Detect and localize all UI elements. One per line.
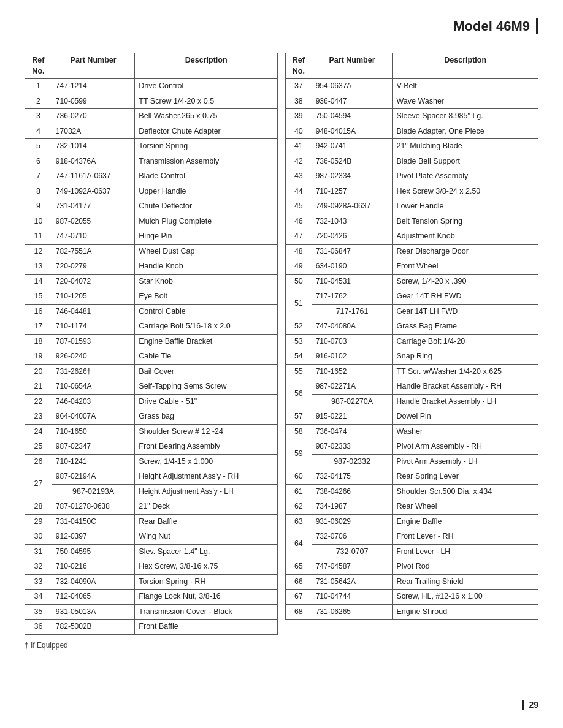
left-parts-table: RefNo. Part Number Description 1747-1214… — [25, 53, 278, 635]
table-row: 44710-1257Hex Screw 3/8-24 x 2.50 — [286, 184, 538, 199]
table-row: 59 987-02333Pivot Arm Assembly - RH — [286, 439, 538, 455]
table-row: 3736-0270Bell Washer.265 x 0.75 — [25, 109, 278, 124]
table-row: 33732-04090ATorsion Spring - RH — [25, 574, 278, 590]
table-row: 52747-04080AGrass Bag Frame — [286, 319, 538, 335]
table-row: 11747-0710Hinge Pin — [25, 229, 278, 245]
table-row: 38936-0447Wave Washer — [286, 94, 538, 109]
table-row: 30912-0397Wing Nut — [25, 529, 278, 545]
table-row: 47720-0426Adjustment Knob — [286, 229, 538, 245]
table-row: 54916-0102Snap Ring — [286, 349, 538, 365]
table-row: 1747-1214Drive Control — [25, 79, 278, 94]
model-title: Model 46M9 — [25, 18, 538, 34]
table-row: 26710-1241Screw, 1/4-15 x 1.000 — [25, 454, 278, 469]
table-row: 16746-04481Control Cable — [25, 304, 278, 319]
table-row: 50710-04531Screw, 1/4-20 x .390 — [286, 274, 538, 289]
table-row: 18787-01593Engine Baffle Bracket — [25, 334, 278, 349]
right-header-ref: RefNo. — [286, 53, 312, 79]
table-row: 66731-05642ARear Trailing Shield — [286, 574, 538, 590]
table-row: 15710-1205Eye Bolt — [25, 289, 278, 305]
table-row: 67710-04744Screw, HL, #12-16 x 1.00 — [286, 590, 538, 605]
table-row: 68731-06265Engine Shroud — [286, 604, 538, 620]
table-row: 22746-04203Drive Cable - 51" — [25, 394, 278, 409]
table-row: 19926-0240Cable Tie — [25, 349, 278, 365]
table-row: 24710-1650Shoulder Screw # 12 -24 — [25, 424, 278, 439]
tables-wrapper: RefNo. Part Number Description 1747-1214… — [25, 53, 538, 635]
table-row: 12782-7551AWheel Dust Cap — [25, 244, 278, 259]
table-row: 23964-04007AGrass bag — [25, 409, 278, 425]
table-row: 61738-04266Shoulder Scr.500 Dia. x.434 — [286, 484, 538, 499]
right-parts-table: RefNo. Part Number Description 37954-063… — [285, 53, 538, 620]
table-row: 20731-2626†Bail Cover — [25, 364, 278, 379]
left-header-ref: RefNo. — [25, 53, 52, 79]
table-row: 64 732-0706Front Lever - RH — [286, 529, 538, 545]
table-row: 28787-01278-063821" Deck — [25, 499, 278, 515]
table-row: 62734-1987Rear Wheel — [286, 499, 538, 515]
table-row: 56 987-02271AHandle Bracket Assembly - R… — [286, 379, 538, 395]
table-row: 42736-0524BBlade Bell Support — [286, 154, 538, 169]
table-row: 5732-1014Torsion Spring — [25, 139, 278, 154]
table-row: 27 987-02194AHeight Adjustment Ass'y - R… — [25, 469, 278, 485]
table-row: 35931-05013ATransmission Cover - Black — [25, 604, 278, 620]
table-row: 58736-0474Washer — [286, 424, 538, 439]
table-row: 34712-04065Flange Lock Nut, 3/8-16 — [25, 590, 278, 605]
table-row: 41942-074121" Mulching Blade — [286, 139, 538, 154]
table-row: 60732-04175Rear Spring Lever — [286, 469, 538, 485]
table-row: 987-02193AHeight Adjustment Ass'y - LH — [25, 484, 278, 499]
table-row: 25987-02347Front Bearing Assembly — [25, 439, 278, 455]
table-row: 40948-04015ABlade Adapter, One Piece — [286, 124, 538, 139]
table-row: 732-0707Front Lever - LH — [286, 544, 538, 559]
table-row: 39750-04594Sleeve Spacer 8.985" Lg. — [286, 109, 538, 124]
table-row: 37954-0637AV-Belt — [286, 79, 538, 94]
table-row: 987-02332Pivot Arm Assembly - LH — [286, 454, 538, 469]
table-row: 45749-0928A-0637Lower Handle — [286, 199, 538, 214]
left-header-desc: Description — [135, 53, 278, 79]
left-header-part: Part Number — [52, 53, 134, 79]
table-row: 43987-02334Pivot Plate Assembly — [286, 169, 538, 184]
table-row: 63931-06029Engine Baffle — [286, 514, 538, 529]
footnote: † If Equipped — [25, 641, 538, 650]
table-row: 29731-04150CRear Baffle — [25, 514, 278, 529]
table-row: 14720-04072Star Knob — [25, 274, 278, 289]
table-row: 46732-1043Belt Tension Spring — [286, 214, 538, 229]
table-row: 8749-1092A-0637Upper Handle — [25, 184, 278, 199]
table-row: 717-1761Gear 14T LH FWD — [286, 304, 538, 319]
right-header-part: Part Number — [312, 53, 393, 79]
table-row: 49634-0190Front Wheel — [286, 259, 538, 275]
table-row: 31750-04595Slev. Spacer 1.4" Lg. — [25, 544, 278, 559]
table-row: 13720-0279Handle Knob — [25, 259, 278, 275]
table-row: 6918-04376ATransmission Assembly — [25, 154, 278, 169]
table-row: 7747-1161A-0637Blade Control — [25, 169, 278, 184]
table-row: 987-02270AHandle Bracket Assembly - LH — [286, 394, 538, 409]
table-row: 21710-0654ASelf-Tapping Sems Screw — [25, 379, 278, 395]
table-row: 17710-1174Carriage Bolt 5/16-18 x 2.0 — [25, 319, 278, 335]
table-row: 9731-04177Chute Deflector — [25, 199, 278, 214]
table-row: 417032ADeflector Chute Adapter — [25, 124, 278, 139]
table-row: 32710-0216Hex Screw, 3/8-16 x.75 — [25, 559, 278, 575]
table-row: 57915-0221Dowel Pin — [286, 409, 538, 425]
table-row: 65747-04587Pivot Rod — [286, 559, 538, 575]
table-row: 10987-02055Mulch Plug Complete — [25, 214, 278, 229]
table-row: 55710-1652TT Scr. w/Washer 1/4-20 x.625 — [286, 364, 538, 379]
table-row: 36782-5002BFront Baffle — [25, 620, 278, 635]
table-row: 51 717-1762Gear 14T RH FWD — [286, 289, 538, 305]
table-row: 53710-0703Carriage Bolt 1/4-20 — [286, 334, 538, 349]
table-row: 2710-0599TT Screw 1/4-20 x 0.5 — [25, 94, 278, 109]
right-header-desc: Description — [393, 53, 538, 79]
page-number: 29 — [522, 700, 538, 710]
table-row: 48731-06847Rear Discharge Door — [286, 244, 538, 259]
